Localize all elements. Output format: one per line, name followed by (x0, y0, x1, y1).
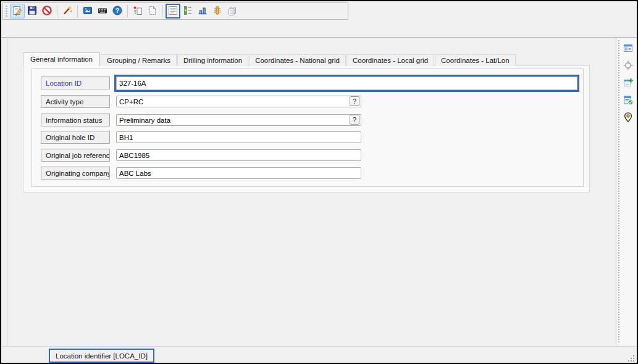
cancel-button[interactable] (40, 4, 54, 19)
record-list-button[interactable] (180, 4, 195, 19)
annotation-highlight-status: Location identifier [LOCA_ID] (49, 349, 154, 363)
cancel-prohibition-icon (41, 5, 52, 17)
edit-button[interactable] (10, 4, 25, 19)
status-bar: Location identifier [LOCA_ID] (1, 346, 637, 364)
detail-view-icon (167, 5, 178, 17)
information-status-help-button[interactable]: ? (350, 115, 359, 125)
location-id-label: Location ID (41, 77, 110, 89)
save-button[interactable] (25, 4, 40, 19)
sample-log-icon (212, 5, 223, 17)
form-panel-button[interactable] (621, 42, 635, 56)
form-panel-icon (623, 43, 634, 55)
annotation-highlight-location-id (114, 75, 579, 92)
picture-icon (82, 5, 93, 17)
tab-coordinates-local-grid[interactable]: Coordinates - Local grid (346, 54, 434, 66)
toolbar-drag-handle[interactable] (6, 6, 7, 17)
tab-strip: General information Grouping / Remarks D… (23, 52, 516, 66)
activity-type-input[interactable] (116, 96, 361, 107)
validate-record-button[interactable] (621, 94, 635, 107)
transfer-record-button[interactable] (130, 4, 145, 19)
information-status-label: Information status (41, 114, 110, 126)
location-id-input[interactable] (116, 77, 577, 90)
record-list-icon (182, 5, 193, 17)
help-icon: ? (112, 5, 123, 17)
keyboard-button[interactable] (95, 4, 110, 19)
picture-button[interactable] (80, 4, 95, 19)
side-toolbar-drag-handle[interactable] (618, 40, 619, 344)
edit-pencil-icon (12, 5, 23, 17)
new-document-button[interactable] (145, 4, 160, 19)
keyboard-icon (97, 5, 108, 17)
map-pin-icon (623, 112, 634, 124)
new-document-icon (147, 5, 158, 17)
information-status-input[interactable] (116, 114, 361, 126)
add-record-icon (623, 77, 634, 89)
originating-company-input[interactable] (116, 167, 361, 179)
svg-text:?: ? (115, 7, 119, 14)
tab-drilling-information[interactable]: Drilling information (177, 54, 248, 66)
original-hole-id-label: Original hole ID (41, 131, 110, 144)
save-floppy-icon (27, 5, 38, 17)
detail-view-button[interactable] (166, 4, 180, 19)
tab-page-general-information: Location ID Activity type ? Information … (23, 65, 590, 192)
original-hole-id-input[interactable] (116, 131, 361, 143)
chart-icon (197, 5, 208, 17)
data-sheets-button[interactable] (225, 4, 240, 19)
app-window: ? (0, 0, 638, 364)
header-divider (1, 37, 637, 38)
magic-wand-icon (62, 5, 73, 17)
toolbar-separator (77, 5, 78, 17)
validate-record-icon (623, 94, 634, 107)
activity-type-label: Activity type (41, 95, 110, 108)
help-button[interactable]: ? (110, 4, 125, 19)
side-toolbar (616, 38, 637, 345)
tab-coordinates-lat-lon[interactable]: Coordinates - Lat/Lon (435, 54, 516, 66)
original-job-reference-label: Original job reference (41, 149, 110, 162)
panel-left-edge (7, 38, 8, 346)
locate-crosshair-button[interactable] (621, 59, 635, 73)
tab-coordinates-national-grid[interactable]: Coordinates - National grid (249, 54, 346, 66)
transfer-record-icon (132, 5, 143, 17)
status-field-description: Location identifier [LOCA_ID] (56, 352, 148, 360)
toolbar-separator (162, 5, 163, 17)
chart-button[interactable] (195, 4, 210, 19)
originating-company-label: Originating company (41, 167, 110, 180)
window-resize-grip[interactable] (628, 355, 634, 362)
tab-grouping-remarks[interactable]: Grouping / Remarks (101, 54, 177, 66)
add-record-button[interactable] (621, 77, 635, 90)
main-toolbar: ? (2, 2, 348, 20)
toolbar-separator (57, 5, 57, 17)
original-job-reference-input[interactable] (116, 149, 361, 161)
tab-general-information[interactable]: General information (23, 52, 100, 66)
activity-type-help-button[interactable]: ? (350, 96, 359, 106)
map-pin-button[interactable] (621, 111, 635, 125)
magic-wand-button[interactable] (60, 4, 75, 19)
data-sheets-icon (227, 5, 238, 17)
locate-crosshair-icon (623, 60, 634, 72)
toolbar-separator (127, 5, 128, 17)
sample-log-button[interactable] (210, 4, 225, 19)
